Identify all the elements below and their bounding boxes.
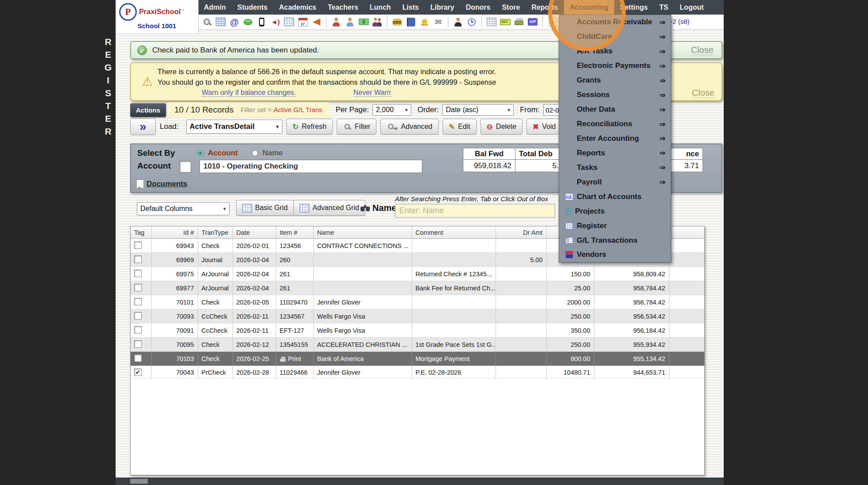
menu-item-library[interactable]: Library xyxy=(425,0,460,15)
row-checkbox[interactable] xyxy=(134,354,142,362)
ap-icon[interactable]: A/P xyxy=(527,17,538,27)
table-row[interactable]: 70095Check2026-02-1213545155ACCELERATED … xyxy=(131,338,704,352)
name-radio[interactable] xyxy=(252,150,258,156)
calendar-grid-icon[interactable] xyxy=(215,17,226,27)
accounting-menu-item-projects[interactable]: Projects xyxy=(559,204,671,218)
never-warn-link[interactable]: Never Warn xyxy=(353,89,391,97)
advanced-grid-button[interactable]: Advanced Grid xyxy=(293,200,365,216)
table-row[interactable]: 70101Check2026-02-0511029470Jennifer Glo… xyxy=(131,295,704,309)
accounting-menu-item-payroll[interactable]: Payroll⇒ xyxy=(559,175,671,189)
warn-only-link[interactable]: Warn only if balance changes. xyxy=(202,89,296,97)
table-row[interactable]: 70103Check2026-02-25PrintBank of America… xyxy=(131,352,704,366)
menu-item-teachers[interactable]: Teachers xyxy=(322,0,364,15)
load-select[interactable]: Active TransDetail▾ xyxy=(186,120,282,134)
row-checkbox[interactable] xyxy=(134,340,142,348)
order-select[interactable]: Date (asc)▾ xyxy=(442,104,514,116)
row-checkbox[interactable] xyxy=(134,270,142,277)
account-input[interactable] xyxy=(199,160,422,173)
accounting-menu-item-grants[interactable]: Grants⇒ xyxy=(559,73,671,88)
staff-icon[interactable] xyxy=(453,17,463,27)
column-header-dr-amt[interactable]: Dr Amt xyxy=(496,226,546,239)
person-icon[interactable] xyxy=(345,17,355,27)
account-radio[interactable] xyxy=(197,150,203,156)
table-row[interactable]: 69975ArJournal2026-02-04261Returned Chec… xyxy=(131,267,704,281)
column-header-hidden-10[interactable] xyxy=(669,226,704,239)
menu-item-donors[interactable]: Donors xyxy=(460,0,496,15)
column-header-name[interactable]: Name xyxy=(313,226,412,239)
expand-panel-button[interactable]: » xyxy=(130,118,156,135)
clock-icon[interactable] xyxy=(466,17,477,27)
accounting-menu-item-other-data[interactable]: Other Data⇒ xyxy=(559,102,671,117)
megaphone-icon[interactable] xyxy=(311,17,322,27)
accounting-menu-item-enter-accounting[interactable]: Enter Accounting⇒ xyxy=(559,132,671,146)
advanced-filter-button[interactable]: +Advanced xyxy=(380,119,438,135)
register-grid-icon[interactable] xyxy=(486,17,497,27)
chat-icon[interactable] xyxy=(243,17,253,27)
columns-select[interactable]: Default Columns▾ xyxy=(137,202,229,215)
table-row[interactable]: ✔70043PrCheck2026-02-2811029466Jennifer … xyxy=(131,366,704,379)
per-page-select[interactable]: 2,000▾ xyxy=(372,104,411,116)
menu-item-ts[interactable]: TS xyxy=(654,0,674,15)
send-mail-icon[interactable]: ✉ xyxy=(433,17,443,27)
column-header-tag[interactable]: Tag xyxy=(131,226,151,239)
menu-item-logout[interactable]: Logout xyxy=(674,0,709,15)
register-vertical-tab[interactable]: REGISTER xyxy=(101,35,116,138)
notification-close-button[interactable]: Close xyxy=(691,45,714,55)
row-checkbox[interactable] xyxy=(134,312,142,320)
accounting-menu-item-vendors[interactable]: Vendors xyxy=(559,248,671,262)
print-label[interactable]: Print xyxy=(288,355,301,362)
row-checkbox[interactable] xyxy=(134,326,142,334)
documents-link[interactable]: Documents xyxy=(136,180,188,188)
row-checkbox[interactable] xyxy=(134,241,142,249)
print-check-icon[interactable] xyxy=(514,17,524,27)
menu-item-students[interactable]: Students xyxy=(232,0,273,15)
accounting-menu-item-reports[interactable]: Reports⇒ xyxy=(559,146,671,160)
table-row[interactable]: 70093CcCheck2026-02-111234567Wells Fargo… xyxy=(131,309,704,323)
void-button[interactable]: ✖Void xyxy=(526,119,562,135)
bell-icon[interactable] xyxy=(419,17,430,27)
menu-item-lists[interactable]: Lists xyxy=(397,0,425,15)
row-checkbox[interactable]: ✔ xyxy=(134,368,142,376)
column-header-date[interactable]: Date xyxy=(233,226,276,239)
menu-item-admin[interactable]: Admin xyxy=(198,0,232,15)
account-checkbox[interactable] xyxy=(180,161,191,173)
refresh-button[interactable]: ↻Refresh xyxy=(286,119,333,135)
table-row[interactable]: 69977ArJournal2026-02-04261Bank Fee for … xyxy=(131,281,704,295)
phone-icon[interactable] xyxy=(256,17,267,27)
accounting-menu-item-register[interactable]: Register xyxy=(559,218,671,233)
row-checkbox[interactable] xyxy=(134,256,142,263)
lunch-icon[interactable] xyxy=(392,17,402,27)
delete-button[interactable]: ⊖Delete xyxy=(481,119,523,135)
column-header-trantype[interactable]: TranType xyxy=(198,226,233,239)
family-icon[interactable] xyxy=(372,17,383,27)
accounting-menu-item-electronic-payments[interactable]: Electronic Payments⇒ xyxy=(559,59,671,73)
library-icon[interactable] xyxy=(406,17,416,27)
accounting-menu-item-reconciliations[interactable]: Reconciliations⇒ xyxy=(559,117,671,132)
menu-item-lunch[interactable]: Lunch xyxy=(364,0,397,15)
row-checkbox[interactable] xyxy=(134,284,142,291)
check-icon[interactable] xyxy=(500,17,511,27)
schedule-icon[interactable] xyxy=(284,17,294,27)
edit-button[interactable]: ✎Edit xyxy=(443,119,477,135)
search-icon[interactable] xyxy=(202,17,212,27)
calendar-date-icon[interactable]: 17 xyxy=(297,17,308,27)
accounting-menu-item-tasks[interactable]: Tasks⇒ xyxy=(559,160,671,175)
menu-item-store[interactable]: Store xyxy=(496,0,526,15)
row-checkbox[interactable] xyxy=(134,298,142,305)
filter-button[interactable]: Filter xyxy=(337,119,377,135)
column-header-id[interactable]: Id # xyxy=(151,226,198,239)
column-header-item[interactable]: Item # xyxy=(276,226,313,239)
column-header-comment[interactable]: Comment xyxy=(412,226,496,239)
email-icon[interactable]: @ xyxy=(229,17,240,27)
health-icon[interactable] xyxy=(331,17,342,27)
actions-button[interactable]: Actions xyxy=(130,103,166,117)
accounting-menu-item-sessions[interactable]: Sessions⇒ xyxy=(559,88,671,102)
announcement-speaker-icon[interactable]: ◄) xyxy=(270,17,281,27)
accounting-menu-item-g-l-transactions[interactable]: G/L Transactions xyxy=(559,233,671,248)
basic-grid-button[interactable]: Basic Grid xyxy=(236,200,294,216)
money-icon[interactable]: $ xyxy=(358,17,369,27)
menu-item-academics[interactable]: Academics xyxy=(273,0,322,15)
accounting-menu-item-chart-of-accounts[interactable]: GLChart of Accounts xyxy=(559,189,671,204)
table-row[interactable]: 70091CcCheck2026-02-11EFT-127Wells Fargo… xyxy=(131,323,704,338)
name-search-input[interactable] xyxy=(395,204,555,218)
